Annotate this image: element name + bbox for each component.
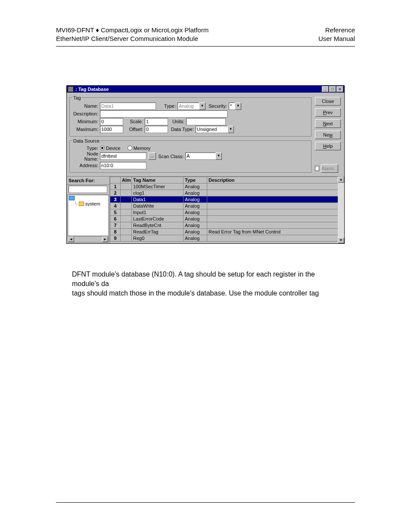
row-number: 8 <box>110 228 121 235</box>
close-window-button[interactable]: × <box>336 86 343 92</box>
security-combo[interactable]: * ▼ <box>229 103 241 110</box>
minimize-button[interactable]: _ <box>322 86 329 92</box>
help-button[interactable]: Help <box>315 142 341 150</box>
window-title: : Tag Database <box>75 87 322 92</box>
col-type[interactable]: Type <box>184 177 207 183</box>
table-row[interactable]: 3Data1Analog <box>110 196 344 202</box>
cell-type: Analog <box>184 196 207 202</box>
folder-tree[interactable]: └ system <box>68 195 109 236</box>
chevron-down-icon[interactable]: ▼ <box>227 126 234 133</box>
col-description[interactable]: Description <box>207 177 344 183</box>
chevron-down-icon[interactable]: ▼ <box>235 103 241 110</box>
cell-type: Analog <box>184 209 207 215</box>
cell-tag-name: ReadByteCnt <box>132 222 184 228</box>
cell-description <box>207 222 344 228</box>
node-browse-button[interactable]: … <box>148 152 156 160</box>
cell-alm <box>121 215 132 222</box>
prev-button[interactable]: Prev <box>315 108 341 117</box>
cell-alm <box>121 190 132 196</box>
row-number: 5 <box>110 209 121 215</box>
scroll-down-icon[interactable]: ▼ <box>338 237 344 243</box>
next-button[interactable]: Next <box>315 119 341 128</box>
scan-class-label: Scan Class: <box>158 154 184 159</box>
cell-tag-name: Data1 <box>132 196 184 202</box>
body-paragraph: DFNT module's database (N10:0). A tag sh… <box>72 270 339 298</box>
row-number: 7 <box>110 222 121 228</box>
datatype-combo[interactable]: Unsigned Integer ▼ <box>196 126 234 133</box>
scroll-up-icon[interactable]: ▲ <box>338 177 344 183</box>
maximize-button[interactable]: □ <box>329 86 336 92</box>
radio-dot-icon <box>100 146 105 150</box>
cell-description <box>207 209 344 215</box>
radio-device[interactable]: Device <box>100 146 121 151</box>
table-row[interactable]: 5Input1Analog <box>110 209 344 215</box>
col-tag-name[interactable]: Tag Name <box>132 177 184 183</box>
grid-v-scrollbar[interactable]: ▲ ▼ <box>338 177 344 243</box>
maximum-field[interactable]: 1000 <box>100 126 123 133</box>
page-header: MVI69-DFNT ♦ CompactLogix or MicroLogix … <box>56 26 355 47</box>
cell-type: Analog <box>184 235 207 241</box>
name-field[interactable]: Data1 <box>100 103 156 110</box>
table-row[interactable]: 9Reg0Analog <box>110 235 344 241</box>
row-number: 2 <box>110 190 121 196</box>
type-label: Type: <box>158 103 176 109</box>
search-for-label: Search For: <box>67 177 109 185</box>
cell-type: Analog <box>184 222 207 228</box>
cell-type: Analog <box>184 183 207 190</box>
new-button[interactable]: New <box>315 131 341 139</box>
address-field[interactable]: n10:0 <box>100 162 146 169</box>
cell-alm <box>121 209 132 215</box>
description-field[interactable] <box>100 110 227 118</box>
address-label: Address: <box>72 163 98 168</box>
row-number: 9 <box>110 235 121 241</box>
cell-description: Read Error Tag from MNet Control <box>207 228 344 235</box>
tree-h-scrollbar[interactable]: ◄ ► <box>68 236 109 243</box>
cell-tag-name: LastErrorCode <box>132 215 184 222</box>
chevron-down-icon[interactable]: ▼ <box>199 103 206 110</box>
minimum-field[interactable]: 0 <box>100 118 123 125</box>
search-input[interactable] <box>68 186 107 193</box>
cell-tag-name: 100MSecTimer <box>132 183 184 190</box>
table-row[interactable]: 8ReadErrTagAnalogRead Error Tag from MNe… <box>110 228 344 235</box>
cell-alm <box>121 235 132 241</box>
node-name-field[interactable]: dfnttest <box>100 152 146 160</box>
row-number: 3 <box>110 196 121 202</box>
radio-dot-icon <box>128 146 132 150</box>
close-button[interactable]: Close <box>315 97 341 106</box>
cell-tag-name: clog1 <box>132 190 184 196</box>
cell-alm <box>121 196 132 202</box>
minimum-label: Minimum: <box>72 119 98 124</box>
radio-memory[interactable]: Memory <box>128 146 151 151</box>
table-row[interactable]: 2clog1Analog <box>110 190 344 196</box>
scroll-left-icon[interactable]: ◄ <box>68 236 74 242</box>
cell-type: Analog <box>184 190 207 196</box>
tag-grid[interactable]: Alm Tag Name Type Description 1100MSecTi… <box>110 177 344 242</box>
cell-alm <box>121 202 132 209</box>
title-bar[interactable]: : Tag Database _ □ × <box>67 86 344 93</box>
table-row[interactable]: 6LastErrorCodeAnalog <box>110 215 344 222</box>
cell-type: Analog <box>184 215 207 222</box>
scale-field[interactable]: 1 <box>145 118 168 125</box>
ds-type-label: Type: <box>72 146 98 151</box>
cell-type: Analog <box>184 228 207 235</box>
cell-description <box>207 202 344 209</box>
cell-tag-name: Reg0 <box>132 235 184 241</box>
row-number: 1 <box>110 183 121 190</box>
cell-tag-name: Input1 <box>132 209 184 215</box>
cell-description <box>207 215 344 222</box>
type-combo[interactable]: Analog ▼ <box>177 103 206 110</box>
alarm-checkbox[interactable] <box>315 166 319 171</box>
footer-rule <box>56 502 355 503</box>
units-field[interactable] <box>186 118 226 125</box>
scroll-right-icon[interactable]: ► <box>102 236 108 242</box>
header-right-line2: User Manual <box>318 34 355 43</box>
offset-field[interactable]: 0 <box>145 126 168 133</box>
table-row[interactable]: 7ReadByteCntAnalog <box>110 222 344 228</box>
cell-alm <box>121 183 132 190</box>
table-row[interactable]: 1100MSecTimerAnalog <box>110 183 344 190</box>
chevron-down-icon[interactable]: ▼ <box>215 152 222 160</box>
col-alm[interactable]: Alm <box>121 177 132 183</box>
scan-class-combo[interactable]: A ▼ <box>185 152 222 160</box>
table-row[interactable]: 4DataWriteAnalog <box>110 202 344 209</box>
cell-alm <box>121 222 132 228</box>
